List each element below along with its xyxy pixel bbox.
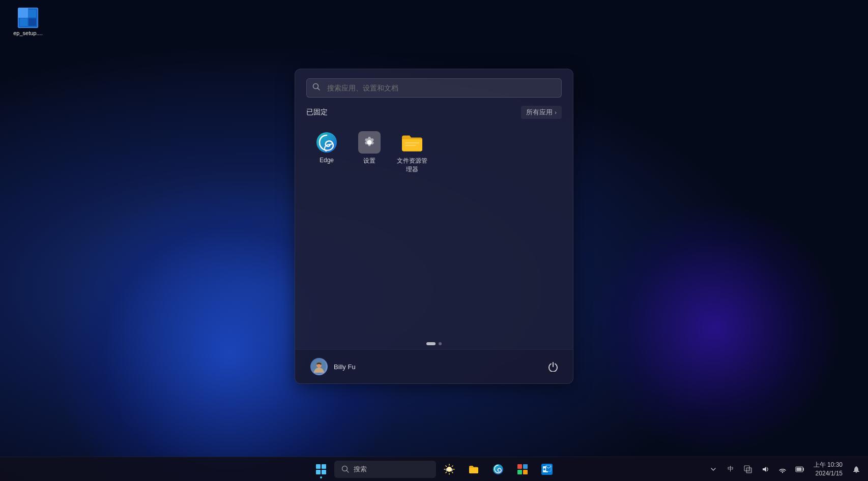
tray-lang-icon[interactable]: 中 <box>723 462 738 477</box>
tray-battery-icon[interactable] <box>792 462 807 477</box>
scroll-indicator <box>295 338 573 349</box>
svg-rect-16 <box>322 470 326 474</box>
svg-rect-13 <box>316 464 321 469</box>
taskbar: 搜索 <box>0 457 868 481</box>
tray-desktop-icon[interactable] <box>740 462 756 477</box>
tray-network-icon[interactable] <box>775 462 790 477</box>
svg-rect-30 <box>746 468 751 473</box>
start-menu: 已固定 所有应用 › <box>295 69 573 384</box>
start-menu-footer: Billy Fu <box>295 349 573 383</box>
app-item-explorer[interactable]: 文件资源管理器 <box>392 126 432 178</box>
search-bar-container <box>306 78 562 98</box>
svg-line-6 <box>318 88 320 91</box>
scroll-dot-2 <box>439 342 442 345</box>
tray-chevron-icon[interactable] <box>706 462 721 477</box>
explorer-app-label: 文件资源管理器 <box>396 157 428 174</box>
pinned-header: 已固定 所有应用 › <box>306 106 562 119</box>
edge-app-label: Edge <box>320 157 334 164</box>
taskbar-file-explorer[interactable] <box>462 458 485 480</box>
clock-date: 2024/1/15 <box>814 469 843 478</box>
taskbar-center-icons: 搜索 <box>310 458 558 480</box>
svg-line-18 <box>347 470 349 472</box>
svg-point-28 <box>543 468 546 470</box>
svg-rect-33 <box>796 467 801 471</box>
power-button[interactable] <box>544 358 562 375</box>
settings-app-icon <box>358 131 381 154</box>
svg-rect-21 <box>517 464 522 469</box>
scroll-dot-1 <box>426 342 436 345</box>
start-button[interactable] <box>310 458 332 480</box>
clock-time: 上午 10:30 <box>814 461 843 469</box>
edge-app-icon <box>315 131 338 154</box>
svg-rect-9 <box>405 145 416 146</box>
taskbar-outlook[interactable] <box>536 458 558 480</box>
apps-grid: Edge 设置 <box>306 126 562 178</box>
all-apps-button[interactable]: 所有应用 › <box>521 106 562 119</box>
all-apps-label: 所有应用 <box>526 108 553 117</box>
tray-volume-icon[interactable] <box>758 462 773 477</box>
taskbar-store[interactable] <box>511 458 534 480</box>
svg-point-31 <box>782 471 783 472</box>
user-info[interactable]: Billy Fu <box>306 355 360 378</box>
tray-notification-icon[interactable] <box>849 462 864 477</box>
search-input[interactable] <box>306 78 562 98</box>
desktop: ep_setup.... 已固定 所有应用 <box>0 0 868 481</box>
svg-rect-15 <box>316 470 321 474</box>
chevron-icon: › <box>555 109 557 115</box>
app-item-settings[interactable]: 设置 <box>349 126 390 178</box>
search-icon <box>312 83 321 93</box>
svg-rect-23 <box>517 470 522 474</box>
taskbar-search[interactable]: 搜索 <box>334 461 436 478</box>
taskbar-edge[interactable] <box>487 458 509 480</box>
start-menu-overlay: 已固定 所有应用 › <box>0 0 868 457</box>
svg-rect-8 <box>405 142 419 143</box>
taskbar-search-label: 搜索 <box>354 465 367 474</box>
settings-app-label: 设置 <box>363 157 375 165</box>
svg-rect-24 <box>523 470 528 474</box>
taskbar-widgets[interactable] <box>438 458 460 480</box>
user-avatar <box>310 358 328 375</box>
taskbar-clock[interactable]: 上午 10:30 2024/1/15 <box>809 461 847 478</box>
taskbar-system-tray: 中 <box>706 461 864 478</box>
svg-rect-14 <box>322 464 326 469</box>
svg-rect-22 <box>523 464 528 469</box>
pinned-title: 已固定 <box>306 108 328 117</box>
pinned-section: 已固定 所有应用 › <box>295 98 573 338</box>
user-name: Billy Fu <box>334 363 356 371</box>
explorer-app-icon <box>401 131 423 154</box>
app-item-edge[interactable]: Edge <box>306 126 347 178</box>
